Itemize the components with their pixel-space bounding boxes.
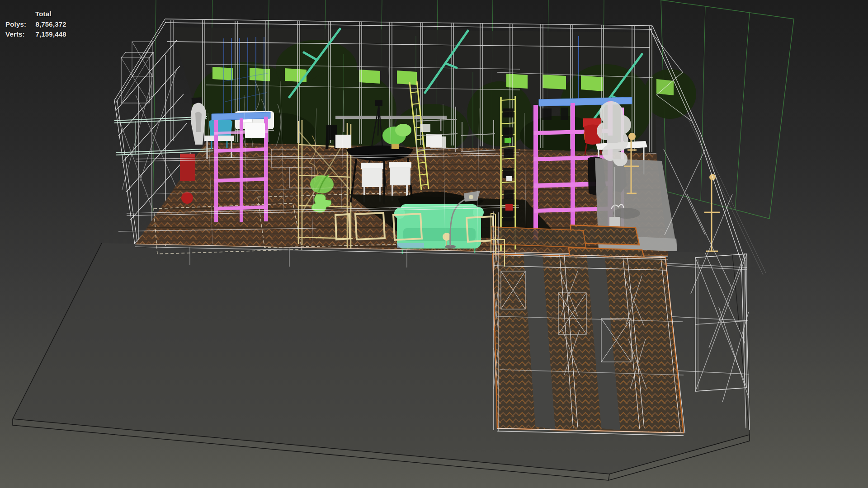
viewport-canvas[interactable]	[0, 0, 868, 488]
stats-polys-label: Polys:	[5, 19, 33, 30]
stats-polys-value: 8,756,372	[35, 19, 66, 30]
viewport[interactable]: Total Polys: 8,756,372 Verts: 7,159,448	[0, 0, 868, 488]
stats-polys-row: Polys: 8,756,372	[5, 19, 66, 30]
white-chair-back-left	[335, 135, 351, 148]
stats-verts-label: Verts:	[5, 29, 33, 40]
stats-verts-row: Verts: 7,159,448	[5, 29, 66, 40]
viewport-statistics: Total Polys: 8,756,372 Verts: 7,159,448	[5, 9, 66, 40]
stats-verts-value: 7,159,448	[35, 29, 66, 40]
herringbone-floor-right-wing[interactable]	[491, 227, 684, 433]
mint-green-sofa[interactable]	[394, 204, 484, 254]
stats-total-label: Total	[5, 9, 66, 19]
